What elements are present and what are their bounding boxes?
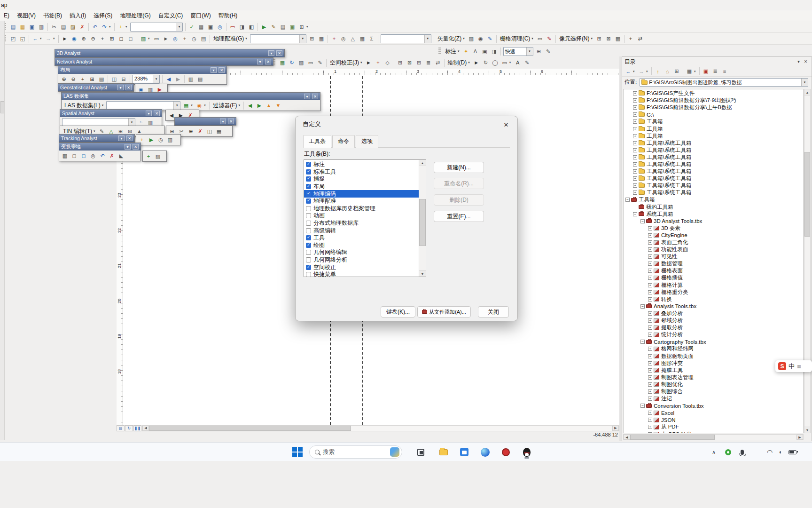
vector-trace-icon[interactable]: ✎ xyxy=(486,34,494,43)
tree-item-26[interactable]: +栅格插值 xyxy=(624,274,803,281)
battery-icon[interactable] xyxy=(787,445,798,459)
track-clock-icon[interactable]: ◷ xyxy=(156,135,165,144)
tree-item-40[interactable]: +制图表达管理 xyxy=(624,374,803,381)
go-to-xy-icon[interactable]: + xyxy=(180,34,189,43)
toolbar-list-item-13[interactable]: 几何网络分析 xyxy=(304,256,419,264)
sogou-logo-icon[interactable]: S xyxy=(778,362,786,370)
fixed-zoom-in-icon[interactable]: ◻ xyxy=(117,34,125,43)
draw-text-icon[interactable]: A xyxy=(514,58,522,67)
raster-pencil-icon[interactable]: ✎ xyxy=(545,34,554,43)
3d-analyst-toolbar-close-icon[interactable]: ✕ xyxy=(276,50,282,56)
georeferencing-menu[interactable]: 地理配准(G)▾ xyxy=(211,34,249,43)
forward-extent-icon[interactable]: → xyxy=(44,34,53,43)
select-features-dropdown-arrow[interactable]: ▾ xyxy=(148,37,152,40)
launch-a-icon[interactable]: ▶ xyxy=(260,23,268,31)
list-scroll-rail[interactable] xyxy=(419,166,426,270)
screen-record-button[interactable] xyxy=(499,445,513,459)
hscroll-track[interactable]: ◀ ▶ xyxy=(142,425,619,431)
reset-toolbar-button[interactable]: 重置(E)... xyxy=(434,211,484,222)
refresh-view-button[interactable]: ↻ xyxy=(125,425,133,431)
toolbar-checkbox-1[interactable] xyxy=(306,169,311,175)
georeferencing-layer-combo[interactable]: ▾ xyxy=(250,34,306,43)
network-analyst-toolbar-close-icon[interactable]: ✕ xyxy=(265,59,271,64)
toolbar-checkbox-12[interactable] xyxy=(306,250,311,255)
las-points-icon[interactable]: ◉ xyxy=(195,101,203,110)
toolbar-list-item-15[interactable]: 快捷菜单 xyxy=(304,271,419,277)
tree-expander-14[interactable]: + xyxy=(633,190,637,195)
redo-icon[interactable]: ↷ xyxy=(100,23,109,31)
layout-100-icon[interactable]: ▤ xyxy=(97,75,106,83)
model-builder-icon[interactable]: ◧ xyxy=(247,23,256,31)
las-prev-icon[interactable]: ◀ xyxy=(246,101,254,110)
tree-expander-26[interactable]: + xyxy=(648,276,652,280)
catalog-back-dropdown-arrow[interactable]: ▾ xyxy=(633,70,637,73)
select-features-icon[interactable]: ▨ xyxy=(139,34,148,43)
toolbar-list-item-3[interactable]: 布局 xyxy=(304,183,419,190)
toolbar-checkbox-14[interactable] xyxy=(306,265,311,270)
label-expression-icon[interactable]: ✎ xyxy=(544,47,553,56)
tree-expander-4[interactable]: + xyxy=(633,119,637,124)
add-data-dropdown-arrow[interactable]: ▾ xyxy=(125,25,129,29)
las-layer-combo[interactable]: ▾ xyxy=(106,101,180,110)
tree-item-42[interactable]: +制图综合 xyxy=(624,388,803,395)
control-points-icon[interactable]: ⊞ xyxy=(308,34,316,43)
add-data-icon[interactable]: + xyxy=(117,23,125,31)
tree-item-12[interactable]: +工具箱\系统工具箱 xyxy=(624,175,803,182)
tree-item-41[interactable]: +制图优化 xyxy=(624,381,803,388)
spatial-adjustment-menu[interactable]: 空间校正(J)▾ xyxy=(328,58,364,67)
layout-zoom-combo[interactable]: 238%▾ xyxy=(133,75,160,84)
frag-zoom-icon[interactable]: ⊕ xyxy=(187,127,195,135)
tree-item-1[interactable]: +F:\GIS\GIS前沿数据分享\7-9出图技巧 xyxy=(624,97,803,104)
geostatistical-analyst-toolbar-close-icon[interactable]: ✕ xyxy=(125,85,132,90)
tree-expander-20[interactable]: + xyxy=(648,233,652,238)
las-filter-menu[interactable]: 过滤器(F)▾ xyxy=(211,101,242,110)
hscroll-right-arrow[interactable]: ▶ xyxy=(612,426,619,431)
tree-expander-31[interactable]: + xyxy=(648,311,652,316)
link-table-icon[interactable]: ▦ xyxy=(317,34,326,43)
draw-circle-icon[interactable]: ◯ xyxy=(491,58,500,67)
toolbar-checkbox-11[interactable] xyxy=(306,243,311,248)
editor-map-icon[interactable]: ▦ xyxy=(278,58,287,67)
tab-toolbars[interactable]: 工具条 xyxy=(303,135,331,148)
new-map-icon[interactable]: ▤ xyxy=(9,23,17,31)
parcel-delete-icon[interactable]: ✗ xyxy=(108,151,116,160)
paste-icon[interactable]: ▨ xyxy=(69,23,77,31)
sa-grid-3-icon[interactable]: ⊞ xyxy=(415,58,423,67)
toolbar-checkbox-13[interactable] xyxy=(306,257,311,262)
tree-expander-32[interactable]: + xyxy=(648,318,652,323)
cells-grid-icon[interactable]: ▦ xyxy=(614,34,622,43)
sa-list-icon[interactable]: ≣ xyxy=(424,58,433,67)
start-button[interactable] xyxy=(290,445,304,459)
las-up-icon[interactable]: ▲ xyxy=(265,101,273,110)
toolbar-list-item-1[interactable]: 标准工具 xyxy=(304,168,419,176)
tree-item-28[interactable]: +栅格重分类 xyxy=(624,289,803,296)
tree-expander-48[interactable]: + xyxy=(648,432,652,433)
full-extent-icon[interactable]: ⊞ xyxy=(108,34,116,43)
menu-0[interactable]: E) xyxy=(0,11,13,20)
draw-rotate-icon[interactable]: ↻ xyxy=(482,58,490,67)
tree-item-33[interactable]: +提取分析 xyxy=(624,324,803,331)
tree-item-45[interactable]: +Excel xyxy=(624,409,803,416)
sa-swap-icon[interactable]: ⇄ xyxy=(434,58,442,67)
layout-zoom-width-icon[interactable]: ⊟ xyxy=(119,75,128,83)
tree-expander-37[interactable]: + xyxy=(648,354,652,358)
tree-expander-28[interactable]: + xyxy=(648,290,652,294)
ime-keyboard-icon[interactable]: ▦ xyxy=(797,364,801,369)
toolbar-list-item-2[interactable]: 捕捉 xyxy=(304,175,419,183)
layout-zoom-whole-icon[interactable]: ◫ xyxy=(110,75,118,83)
tree-expander-6[interactable]: + xyxy=(633,134,637,138)
spatial-analyst-layer-combo-arrow[interactable]: ▾ xyxy=(128,119,135,127)
catalog-sync-tree-icon[interactable]: ≣ xyxy=(711,67,719,76)
label-view-icon[interactable]: ▣ xyxy=(481,47,489,56)
store-button[interactable] xyxy=(457,445,471,459)
clear-selection-icon[interactable]: ▭ xyxy=(152,34,161,43)
catalog-up-one-level-icon[interactable]: ↑ xyxy=(654,67,662,76)
menu-3[interactable]: 插入(I) xyxy=(66,10,90,21)
arctoolbox-window-icon[interactable]: ▭ xyxy=(228,23,237,31)
menu-2[interactable]: 书签(B) xyxy=(39,10,66,21)
menu-4[interactable]: 选择(S) xyxy=(90,10,116,21)
undo-icon[interactable]: ↶ xyxy=(91,23,99,31)
untitled-floating-toolbar-options-arrow[interactable]: ▾ xyxy=(220,119,226,124)
tree-expander-46[interactable]: + xyxy=(648,418,652,422)
file-explorer-button[interactable] xyxy=(437,445,451,459)
